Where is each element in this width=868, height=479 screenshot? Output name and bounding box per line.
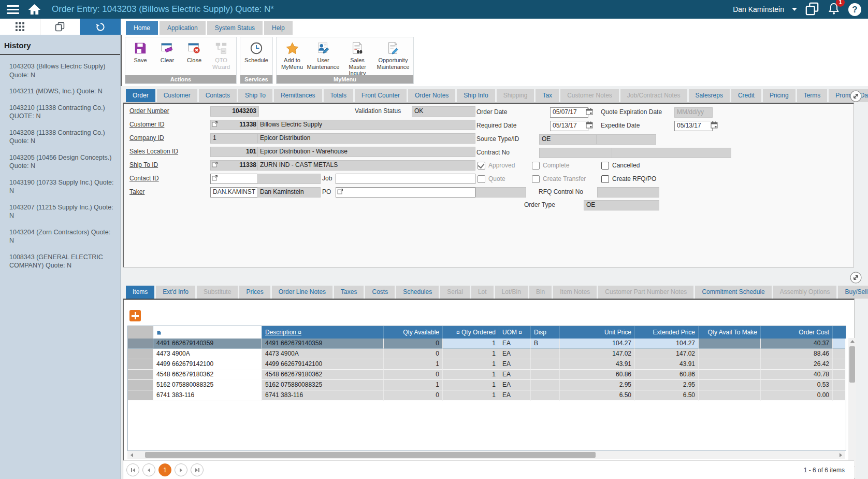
table-cell[interactable] [699, 370, 761, 380]
expedite-date-calendar-icon[interactable] [711, 121, 718, 129]
last-page-button[interactable] [191, 463, 204, 476]
hamburger-menu-icon[interactable] [7, 3, 19, 16]
table-cell[interactable]: 5162 075880088325 [262, 380, 384, 390]
table-cell[interactable]: 26.42 [761, 359, 833, 370]
table-cell[interactable]: 4491 662679140359 [262, 339, 384, 349]
tab-salesreps[interactable]: Salesreps [689, 89, 730, 102]
help-icon[interactable]: ? [848, 3, 861, 16]
ribbon-tab-home[interactable]: Home [126, 21, 158, 35]
table-cell[interactable] [128, 359, 153, 370]
table-cell[interactable] [128, 390, 153, 401]
table-cell[interactable]: 43.91 [635, 359, 699, 370]
column-header-extended-price[interactable]: Extended Price [635, 326, 699, 339]
chevron-down-icon[interactable] [792, 8, 797, 11]
taker-field[interactable]: DAN.KAMINST [210, 187, 259, 198]
table-cell[interactable] [833, 339, 845, 349]
table-row[interactable]: 6741 383-1166741 383-11601EA6.506.500.00 [128, 390, 846, 401]
column-header-description[interactable]: Description ¤ [262, 326, 384, 339]
column-header-qty-ordered[interactable]: ¤ Qty Ordered [443, 326, 499, 339]
history-item[interactable]: 1043208 (11338 Contracting Co.) Quote: N [9, 129, 114, 146]
ship-to-id-label[interactable]: Ship To ID [129, 161, 158, 170]
table-cell[interactable]: 1 [443, 370, 499, 380]
vertical-scrollbar[interactable] [848, 338, 856, 477]
contact-id-link-icon[interactable] [212, 175, 218, 181]
column-header-rowselect[interactable] [128, 326, 153, 339]
column-header-item-id[interactable]: Item ID ¤ [153, 326, 262, 339]
scroll-right-icon[interactable] [840, 453, 842, 457]
tab-terms[interactable]: Terms [797, 89, 828, 102]
history-item[interactable]: 1043203 (Billows Electric Supply) Quote:… [9, 62, 114, 79]
table-cell[interactable]: 1 [443, 339, 499, 349]
order-date-calendar-icon[interactable] [586, 108, 593, 115]
table-cell[interactable]: 60.86 [635, 370, 699, 380]
table-cell[interactable]: 104.27 [560, 339, 635, 349]
tab-remittances[interactable]: Remittances [274, 89, 322, 102]
horizontal-scrollbar[interactable] [127, 451, 845, 459]
table-cell[interactable]: B [531, 339, 560, 349]
column-header-qty-available[interactable]: Qty Available [384, 326, 443, 339]
column-header-uom[interactable]: UOM ¤ [499, 326, 531, 339]
required-date-calendar-icon[interactable] [586, 121, 593, 129]
table-cell[interactable]: 6.50 [560, 390, 635, 401]
table-cell[interactable]: EA [499, 339, 531, 349]
table-cell[interactable]: 0 [384, 349, 443, 359]
tab-promise-dates[interactable]: Promise Dates [829, 89, 868, 102]
table-cell[interactable]: 43.91 [560, 359, 635, 370]
tab-order-notes[interactable]: Order Notes [408, 89, 455, 102]
first-page-button[interactable] [126, 463, 139, 476]
table-cell[interactable]: 4548 662679180362 [262, 370, 384, 380]
cancelled-checkbox[interactable]: Cancelled [601, 161, 640, 170]
close-button[interactable]: Close [181, 39, 208, 65]
schedule-button[interactable]: Schedule [242, 39, 271, 65]
table-cell[interactable]: 147.02 [635, 349, 699, 359]
table-cell[interactable]: 0 [384, 339, 443, 349]
customer-id-link-icon[interactable] [212, 121, 218, 127]
company-id-label[interactable]: Company ID [129, 134, 164, 143]
table-cell[interactable]: 0 [384, 390, 443, 401]
table-row[interactable]: 4548 6626791803624548 66267918036201EA60… [128, 370, 846, 380]
add-to-mymenu-button[interactable]: Add to MyMenu [278, 39, 306, 72]
vertical-scroll-thumb[interactable] [849, 346, 855, 383]
table-cell[interactable] [699, 390, 761, 401]
table-cell[interactable]: 1 [443, 390, 499, 401]
history-item[interactable]: 1043211 (MDWS, Inc.) Quote: N [9, 87, 114, 96]
table-cell[interactable]: 5162 075880088325 [153, 380, 262, 390]
history-item[interactable]: 1043205 (10456 Design Concepts.) Quote: … [9, 153, 114, 171]
tab-ship-info[interactable]: Ship Info [457, 89, 495, 102]
table-cell[interactable]: 60.86 [560, 370, 635, 380]
add-line-item-button[interactable] [129, 310, 141, 321]
table-row[interactable]: 4491 6626791403594491 66267914035901EAB1… [128, 339, 846, 349]
table-cell[interactable]: 4499 662679142100 [262, 359, 384, 370]
horizontal-scroll-thumb[interactable] [145, 452, 596, 458]
table-cell[interactable]: 1 [384, 359, 443, 370]
tab-tax[interactable]: Tax [536, 89, 559, 102]
expand-header-panel-icon[interactable] [850, 90, 862, 104]
detail-tab-buy-sell[interactable]: Buy/Sell [838, 286, 868, 299]
tab-pricing[interactable]: Pricing [763, 89, 795, 102]
tab-front-counter[interactable]: Front Counter [355, 89, 407, 102]
detail-tab-commitment-schedule[interactable]: Commitment Schedule [695, 286, 771, 299]
customer-id-label[interactable]: Customer ID [129, 120, 164, 129]
current-page-button[interactable]: 1 [158, 463, 171, 476]
ship-to-id-link-icon[interactable] [212, 161, 218, 167]
table-cell[interactable] [699, 339, 761, 349]
table-cell[interactable]: EA [499, 380, 531, 390]
table-cell[interactable]: 4473 4900A [262, 349, 384, 359]
user-maintenance-button[interactable]: User Maintenance [306, 39, 340, 72]
table-cell[interactable]: 1 [443, 359, 499, 370]
table-cell[interactable] [833, 349, 845, 359]
clear-button[interactable]: Clear [154, 39, 181, 65]
table-cell[interactable]: 0.53 [761, 380, 833, 390]
table-cell[interactable]: 6.50 [635, 390, 699, 401]
open-tabs-button[interactable] [40, 19, 80, 35]
table-cell[interactable] [128, 380, 153, 390]
table-cell[interactable]: 6741 383-116 [262, 390, 384, 401]
detail-tab-ext-d-info[interactable]: Ext'd Info [156, 286, 195, 299]
item-id-link-icon[interactable] [156, 327, 163, 333]
table-cell[interactable]: 0.00 [761, 390, 833, 401]
tab-contacts[interactable]: Contacts [199, 89, 237, 102]
home-icon[interactable] [27, 3, 41, 16]
previous-page-button[interactable] [142, 463, 155, 476]
tab-customer[interactable]: Customer [157, 89, 197, 102]
detail-tab-prices[interactable]: Prices [239, 286, 270, 299]
